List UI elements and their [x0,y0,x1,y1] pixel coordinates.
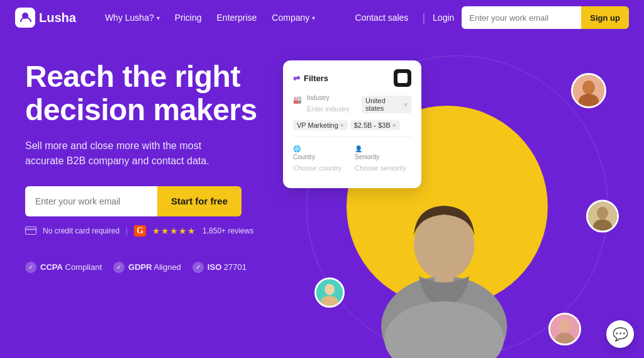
logo-text: Lusha [39,11,76,25]
gdpr-label: GDPR [128,262,152,272]
avatar-bubble-bottom-right [548,313,581,345]
svg-rect-2 [25,228,36,230]
hero-subtitle: Sell more and close more with the most a… [25,138,239,169]
navbar: Lusha Why Lusha? ▾ Pricing Enterprise Co… [0,0,644,35]
nav-contact-sales[interactable]: Contact sales [349,9,415,26]
country-placeholder: Choose country [293,164,341,172]
nav-enterprise[interactable]: Enterprise [211,9,264,26]
nav-pricing[interactable]: Pricing [169,9,208,26]
nav-email-wrapper: Sign up [462,6,629,29]
filter-icon: ⇌ [293,74,300,83]
credit-card-icon [25,227,36,235]
svg-point-17 [559,320,570,332]
nav-divider: | [422,11,425,25]
iso-label: ISO [208,262,221,272]
logo-icon [15,8,35,28]
badge-ccpa: ✓ CCPA Compliant [25,262,102,273]
hero-trust: No credit card required | G ★★★★★ 1,850+… [25,225,296,237]
filter-title: ⇌ Filters [293,74,328,83]
ccpa-check-icon: ✓ [25,262,36,273]
location-tag[interactable]: United states × [362,96,411,113]
revenue-tag[interactable]: $2.5B - $3B × [350,120,400,130]
filter-col-location: United states × [362,94,411,113]
seniority-icon: 👤 [355,145,362,152]
chat-bubble[interactable]: 💬 [606,320,634,348]
filter-divider [293,137,411,137]
hero-section: Reach the right decision makers Sell mor… [0,35,644,358]
filter-row-industry: 🏭 Industry Enter industry United states … [293,94,411,114]
star-ratings: ★★★★★ [152,226,196,236]
industry-icon: 🏭 [293,96,302,104]
avatar-face-2 [588,201,617,230]
nav-login[interactable]: Login [433,13,454,23]
svg-point-8 [582,81,595,94]
hero-start-button[interactable]: Start for free [157,186,242,216]
role-tag[interactable]: VP Marketing × [293,120,348,130]
hero-title: Reach the right decision makers [25,60,296,127]
nav-why-lusha[interactable]: Why Lusha? ▾ [99,9,166,26]
seniority-label: Seniority [355,154,411,160]
svg-point-11 [597,206,608,219]
no-credit-text: No credit card required [43,227,119,235]
role-tag-remove[interactable]: × [340,122,344,129]
filter-col-industry: Industry Enter industry [307,94,357,114]
industry-placeholder: Enter industry [307,105,350,113]
avatar-bubble-left [314,277,345,308]
avatar-face-1 [573,75,604,106]
badge-iso: ✓ ISO 27701 [192,262,247,273]
ccpa-label: CCPA [40,262,63,272]
chat-icon: 💬 [613,327,628,342]
logo[interactable]: Lusha [15,8,76,28]
country-icon: 🌐 [293,145,301,152]
nav-company[interactable]: Company ▾ [265,9,321,26]
location-tag-remove[interactable]: × [404,101,408,108]
revenue-tag-remove[interactable]: × [392,122,396,129]
nav-right: Contact sales | Login Sign up [349,6,629,29]
review-count: 1,850+ reviews [203,227,253,235]
iso-check-icon: ✓ [192,262,204,273]
avatar-bubble-right [586,199,619,232]
hero-email-input[interactable] [25,186,157,216]
filter-card: ⇌ Filters 🏭 Industry Enter industry Unit… [283,60,421,188]
svg-point-14 [325,284,335,295]
hero-left: Reach the right decision makers Sell mor… [25,54,296,358]
hero-cta: Start for free [25,186,296,216]
chevron-down-icon-2: ▾ [312,14,315,21]
hero-person [362,169,526,358]
person-svg [369,176,519,358]
badge-gdpr: ✓ GDPR Aligned [113,262,181,273]
filter-header: ⇌ Filters [293,69,411,87]
svg-rect-1 [26,227,36,235]
hero-badges: ✓ CCPA Compliant ✓ GDPR Aligned ✓ ISO 27… [25,262,296,273]
filter-avatar[interactable] [394,69,411,87]
industry-label: Industry [307,94,357,101]
seniority-placeholder: Choose seniority [355,164,406,172]
nav-email-input[interactable] [462,6,581,29]
gdpr-check-icon: ✓ [113,262,125,273]
filter-row-role: VP Marketing × $2.5B - $3B × [293,120,411,130]
filter-avatar-inner [397,73,408,83]
filter-row-country: 🌐 Country Choose country 👤 Seniority Cho… [293,142,411,173]
hero-right: ⇌ Filters 🏭 Industry Enter industry Unit… [296,54,619,358]
avatar-face-4 [550,315,579,344]
avatar-bubble-top-right [571,73,606,108]
nav-signup-button[interactable]: Sign up [581,6,629,29]
nav-links: Why Lusha? ▾ Pricing Enterprise Company … [99,9,331,26]
g2-icon: G [134,225,146,237]
avatar-face-3 [316,279,343,306]
country-label: Country [293,154,350,160]
chevron-down-icon: ▾ [157,14,160,21]
trust-divider: | [126,227,128,235]
